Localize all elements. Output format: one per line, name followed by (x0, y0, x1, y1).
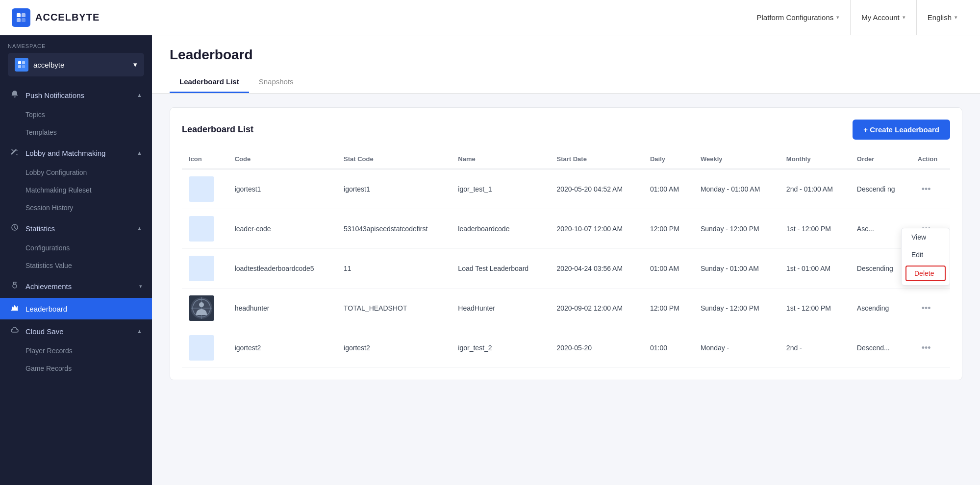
row-daily: 12:00 PM (643, 209, 694, 249)
sidebar-item-label: Push Notifications (25, 91, 84, 99)
row-monthly: 2nd - (779, 328, 850, 368)
row-name: igor_test_1 (451, 169, 550, 209)
crown-icon (10, 304, 20, 314)
row-monthly: 1st - 01:00 AM (779, 249, 850, 289)
bell-icon (10, 90, 20, 100)
row-stat-code: 531043apiseedstatcodefirst (337, 209, 451, 249)
col-header-order: Order (850, 149, 911, 169)
row-weekly: Sunday - 01:00 AM (694, 249, 779, 289)
row-icon-cell (182, 249, 228, 289)
row-action-button[interactable]: ••• (918, 342, 935, 354)
col-header-action: Action (911, 149, 950, 169)
row-order: Descend... (850, 328, 911, 368)
card-title: Leaderboard List (182, 124, 253, 135)
row-icon-cell (182, 209, 228, 249)
row-start-date: 2020-09-02 12:00 AM (550, 289, 643, 328)
leaderboard-icon (189, 176, 214, 202)
row-start-date: 2020-04-24 03:56 AM (550, 249, 643, 289)
row-daily: 12:00 PM (643, 289, 694, 328)
sidebar-item-achievements[interactable]: Achievements ▾ (0, 275, 152, 297)
row-daily: 01:00 AM (643, 169, 694, 209)
row-stat-code: 11 (337, 249, 451, 289)
row-order: Descendi ng (850, 169, 911, 209)
tab-snapshots[interactable]: Snapshots (249, 72, 303, 93)
sidebar-item-label: Cloud Save (25, 327, 64, 336)
namespace-label: NAMESPACE (8, 43, 144, 49)
sidebar-item-lobby-config[interactable]: Lobby Configuration (0, 164, 152, 181)
content-header: Leaderboard Leaderboard List Snapshots (152, 35, 980, 94)
sidebar-item-templates[interactable]: Templates (0, 123, 152, 141)
cloud-icon (10, 326, 20, 336)
svg-rect-0 (17, 13, 21, 17)
language-dropdown[interactable]: English ▾ (916, 0, 968, 35)
row-start-date: 2020-05-20 (550, 328, 643, 368)
col-header-daily: Daily (643, 149, 694, 169)
namespace-value: accelbyte (33, 61, 128, 69)
sidebar-item-label: Statistics (25, 224, 55, 233)
row-action: ••• View Edit Delete (911, 209, 950, 249)
leaderboard-card: Leaderboard List + Create Leaderboard Ic… (170, 107, 962, 380)
col-header-stat-code: Stat Code (337, 149, 451, 169)
row-action-button[interactable]: ••• (918, 183, 935, 195)
row-order: Ascending (850, 289, 911, 328)
table-row: leader-code 531043apiseedstatcodefirst l… (182, 209, 950, 249)
row-action: ••• (911, 289, 950, 328)
chevron-up-icon: ▲ (137, 328, 142, 334)
row-stat-code: igortest1 (337, 169, 451, 209)
row-icon-cell (182, 169, 228, 209)
leaderboard-icon (189, 295, 214, 321)
platform-configs-dropdown[interactable]: Platform Configurations ▾ (746, 0, 851, 35)
table-row: loadtestleaderboardcode5 11 Load Test Le… (182, 249, 950, 289)
create-leaderboard-button[interactable]: + Create Leaderboard (853, 120, 950, 140)
sidebar-item-session-history[interactable]: Session History (0, 199, 152, 217)
leaderboard-icon (189, 216, 214, 242)
sidebar-item-lobby-matchmaking[interactable]: Lobby and Matchmaking ▲ (0, 142, 152, 164)
row-name: Load Test Leaderboard (451, 249, 550, 289)
context-menu: View Edit Delete (901, 228, 950, 286)
tab-leaderboard-list[interactable]: Leaderboard List (170, 72, 249, 93)
row-name: HeadHunter (451, 289, 550, 328)
leaderboard-table: Icon Code Stat Code Name Start Date Dail… (182, 149, 950, 368)
sidebar-item-matchmaking-ruleset[interactable]: Matchmaking Ruleset (0, 181, 152, 199)
row-action-button[interactable]: ••• (918, 302, 935, 315)
context-menu-edit[interactable]: Edit (902, 246, 950, 264)
sidebar-item-player-records[interactable]: Player Records (0, 342, 152, 360)
svg-rect-7 (22, 65, 25, 68)
row-stat-code: TOTAL_HEADSHOT (337, 289, 451, 328)
logo-area: ACCELBYTE (12, 8, 100, 27)
sidebar-item-statistics-value[interactable]: Statistics Value (0, 257, 152, 274)
chevron-down-icon: ▾ (139, 283, 142, 290)
row-code: leader-code (228, 209, 337, 249)
top-header: ACCELBYTE Platform Configurations ▾ My A… (0, 0, 980, 35)
svg-rect-3 (22, 18, 25, 22)
sidebar-item-topics[interactable]: Topics (0, 106, 152, 123)
leaderboard-icon (189, 256, 214, 281)
context-menu-view[interactable]: View (902, 228, 950, 246)
sidebar-item-leaderboard[interactable]: Leaderboard (0, 298, 152, 319)
row-name: igor_test_2 (451, 328, 550, 368)
namespace-select[interactable]: accelbyte ▾ (8, 53, 144, 76)
sidebar-item-label: Leaderboard (25, 305, 67, 313)
sidebar-item-game-records[interactable]: Game Records (0, 360, 152, 377)
my-account-dropdown[interactable]: My Account ▾ (850, 0, 916, 35)
chevron-down-icon: ▾ (955, 14, 957, 21)
table-row: igortest1 igortest1 igor_test_1 2020-05-… (182, 169, 950, 209)
chevron-up-icon: ▲ (137, 150, 142, 156)
row-weekly: Sunday - 12:00 PM (694, 209, 779, 249)
sidebar-item-cloud-save[interactable]: Cloud Save ▲ (0, 320, 152, 342)
sidebar-item-statistics[interactable]: Statistics ▲ (0, 218, 152, 239)
row-name: leaderboardcode (451, 209, 550, 249)
namespace-section: NAMESPACE accelbyte ▾ (0, 35, 152, 80)
svg-rect-2 (17, 18, 21, 22)
row-icon-cell (182, 289, 228, 328)
card-header: Leaderboard List + Create Leaderboard (182, 120, 950, 140)
page-title: Leaderboard (170, 47, 962, 63)
sidebar-item-configurations[interactable]: Configurations (0, 239, 152, 257)
row-code: loadtestleaderboardcode5 (228, 249, 337, 289)
sidebar-item-label: Lobby and Matchmaking (25, 149, 105, 157)
sidebar-item-push-notifications[interactable]: Push Notifications ▲ (0, 84, 152, 106)
medal-icon (10, 281, 20, 291)
row-weekly: Sunday - 12:00 PM (694, 289, 779, 328)
nav-section-leaderboard: Leaderboard (0, 298, 152, 319)
context-menu-delete[interactable]: Delete (905, 266, 946, 281)
